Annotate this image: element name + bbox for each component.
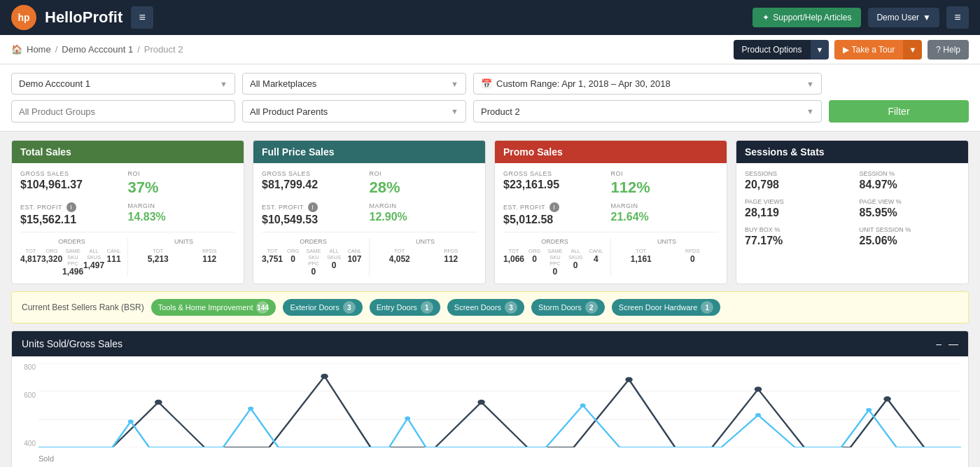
bsr-count-tools: 144	[256, 301, 269, 314]
promo-roi: ROI 112%	[611, 170, 719, 197]
promo-sales-body: GROSS SALES $23,161.95 ROI 112% EST. PRO…	[495, 163, 727, 284]
product-options-arrow-button[interactable]: ▼	[811, 40, 830, 60]
demo-user-button[interactable]: Demo User ▼	[868, 8, 939, 27]
breadcrumb-sep-2: /	[137, 44, 140, 55]
session-pct: SESSION % 84.97%	[860, 170, 960, 191]
date-range-select[interactable]: 📅 Custom Range: Apr 1, 2018 – Apr 30, 20…	[473, 73, 822, 95]
support-icon: ✦	[762, 13, 769, 22]
fp-roi: ROI 28%	[370, 170, 477, 197]
bsr-count-exterior: 3	[343, 301, 356, 314]
promo-sales-card: Promo Sales GROSS SALES $23,161.95 ROI 1…	[494, 140, 727, 284]
total-orders-units: ORDERS TOT 4,817 ORG 3,320 SAME	[20, 232, 235, 277]
chart-minimize-button[interactable]: —	[948, 338, 958, 349]
chart-header: Units Sold/Gross Sales – —	[12, 331, 968, 356]
chart-controls: – —	[936, 338, 958, 349]
total-gross-sales: GROSS SALES $104,961.37	[20, 170, 128, 197]
total-margin: MARGIN 14.83%	[128, 202, 236, 226]
support-help-button[interactable]: ✦ Support/Help Articles	[752, 8, 861, 27]
bsr-count-storm: 2	[585, 301, 598, 314]
logo-icon: hp	[11, 5, 36, 30]
promo-margin: MARGIN 21.64%	[611, 202, 719, 226]
svg-point-6	[477, 400, 485, 405]
total-sales-header: Total Sales	[12, 141, 244, 163]
hamburger-icon: ≡	[139, 11, 146, 24]
sessions-stats-header: Sessions & Stats	[736, 141, 968, 163]
total-sales-gross-roi-row: GROSS SALES $104,961.37 ROI 37%	[20, 170, 235, 197]
sessions-stats-body: SESSIONS 20,798 SESSION % 84.97% PAGE VI…	[736, 163, 968, 254]
svg-point-14	[755, 413, 761, 417]
filter-button[interactable]: Filter	[829, 100, 969, 123]
product-select[interactable]: Product 2 ▼	[473, 100, 822, 123]
filters-bar: Demo Acccount 1 ▼ All Marketplaces ▼ 📅 C…	[0, 64, 980, 132]
fp-profit-info-icon[interactable]: i	[308, 202, 318, 212]
svg-point-13	[580, 403, 586, 407]
total-units-block: UNITS TOT 5,213 RFDS 112	[132, 238, 235, 277]
breadcrumb-account[interactable]: Demo Acccount 1	[62, 44, 133, 55]
fp-est-profit: EST. PROFIT i $10,549.53	[262, 202, 370, 226]
top-nav-left: hp HelloProfit ≡	[11, 5, 153, 30]
logo-text: HelloProfit	[45, 8, 122, 27]
promo-gross-sales: GROSS SALES $23,161.95	[503, 170, 611, 197]
marketplaces-select-arrow: ▼	[451, 80, 458, 88]
take-tour-btn-group: ▶ Take a Tour ▼	[834, 40, 922, 60]
total-orders-block: ORDERS TOT 4,817 ORG 3,320 SAME	[20, 238, 123, 277]
product-groups-input[interactable]	[11, 100, 235, 123]
product-options-button[interactable]: Product Options	[734, 40, 811, 60]
breadcrumb-sep-1: /	[55, 44, 58, 55]
svg-point-9	[883, 396, 891, 401]
promo-profit-info-icon[interactable]: i	[550, 202, 559, 212]
page-views: PAGE VIEWS 28,119	[745, 198, 846, 219]
take-tour-button[interactable]: ▶ Take a Tour	[834, 40, 903, 60]
svg-point-12	[405, 417, 410, 421]
product-options-btn-group: Product Options ▼	[734, 40, 830, 60]
svg-point-4	[155, 400, 162, 405]
chart-svg-area	[38, 363, 961, 447]
bsr-bar: Current Best Sellers Rank (BSR) Tools & …	[11, 291, 969, 323]
menu-dots-button[interactable]: ≡	[946, 6, 969, 29]
bsr-count-entry: 1	[421, 301, 433, 314]
top-nav: hp HelloProfit ≡ ✦ Support/Help Articles…	[0, 0, 980, 35]
unit-session-pct: UNIT SESSION % 25.06%	[860, 226, 960, 247]
svg-point-10	[128, 419, 134, 424]
hamburger-button[interactable]: ≡	[131, 6, 153, 29]
est-profit-info-icon[interactable]: i	[66, 202, 76, 212]
total-est-profit: EST. PROFIT i $15,562.11	[20, 202, 128, 226]
bsr-count-screen-hardware: 1	[701, 301, 713, 314]
fp-gross-sales: GROSS SALES $81,799.42	[262, 170, 370, 197]
take-tour-arrow-button[interactable]: ▼	[903, 40, 922, 60]
fp-orders-units: ORDERS TOT3,751 ORG0 SAME SKU PPC0 ALL S…	[262, 232, 477, 277]
chart-svg	[38, 363, 961, 447]
promo-sales-header: Promo Sales	[495, 141, 727, 163]
menu-dots-icon: ≡	[954, 11, 960, 24]
buy-box-pct: BUY BOX % 77.17%	[745, 226, 846, 247]
full-price-sales-body: GROSS SALES $81,799.42 ROI 28% EST. PROF…	[253, 163, 485, 284]
total-sales-profit-margin-row: EST. PROFIT i $15,562.11 MARGIN 14.83%	[20, 202, 235, 226]
top-nav-right: ✦ Support/Help Articles Demo User ▼ ≡	[752, 6, 969, 29]
breadcrumb-home[interactable]: Home	[27, 44, 51, 55]
full-price-sales-card: Full Price Sales GROSS SALES $81,799.42 …	[253, 140, 486, 284]
product-parents-select[interactable]: All Product Parents ▼	[242, 100, 466, 123]
svg-point-5	[321, 374, 328, 379]
account-select[interactable]: Demo Acccount 1 ▼	[11, 73, 235, 95]
bsr-tag-screen[interactable]: Screen Doors 3	[447, 299, 524, 316]
bsr-label: Current Best Sellers Rank (BSR)	[22, 302, 144, 312]
bsr-tag-tools[interactable]: Tools & Home Improvement 144	[151, 299, 276, 316]
help-icon: ?	[936, 45, 941, 55]
svg-point-11	[248, 407, 253, 411]
bsr-tag-entry[interactable]: Entry Doors 1	[370, 299, 440, 316]
help-button[interactable]: ? Help	[927, 40, 969, 60]
product-parents-arrow: ▼	[451, 107, 458, 116]
chart-collapse-button[interactable]: –	[936, 338, 941, 349]
bsr-count-screen: 3	[505, 301, 517, 314]
bsr-tag-storm[interactable]: Storm Doors 2	[531, 299, 605, 316]
breadcrumb-bar: 🏠 Home / Demo Acccount 1 / Product 2 Pro…	[0, 35, 980, 64]
marketplaces-select[interactable]: All Marketplaces ▼	[242, 73, 466, 95]
filters-row-2: All Product Parents ▼ Product 2 ▼ Filter	[11, 100, 969, 123]
main-content: Total Sales GROSS SALES $104,961.37 ROI …	[0, 132, 980, 467]
chart-x-label: Sold	[38, 454, 54, 463]
calendar-icon: 📅	[481, 78, 492, 89]
bsr-tag-screen-hardware[interactable]: Screen Door Hardware 1	[612, 299, 721, 316]
home-icon: 🏠	[11, 44, 22, 55]
product-select-arrow: ▼	[806, 107, 814, 116]
bsr-tag-exterior[interactable]: Exterior Doors 3	[283, 299, 362, 316]
